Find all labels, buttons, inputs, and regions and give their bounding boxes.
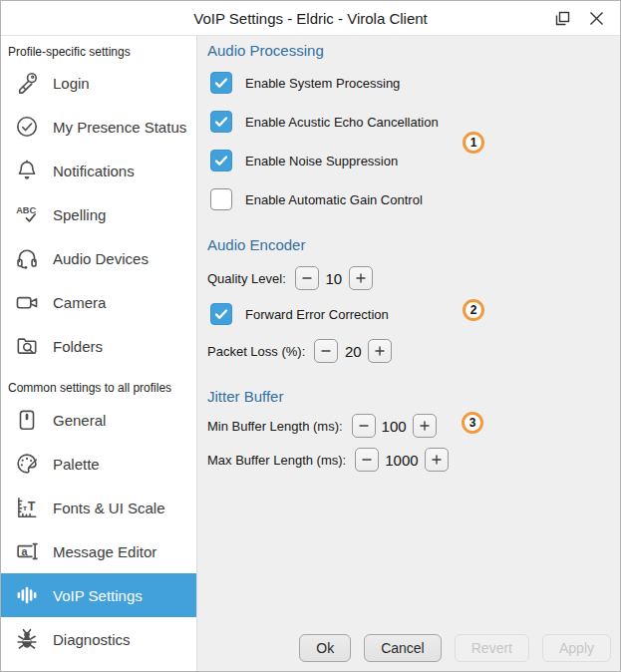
sidebar-item-label: Login — [53, 75, 90, 92]
minus-icon — [320, 345, 332, 357]
sidebar-item-label: VoIP Settings — [53, 587, 143, 604]
window-controls — [550, 6, 620, 30]
forward-error-correction-checkbox[interactable] — [210, 303, 232, 325]
folder-search-icon — [13, 333, 40, 360]
dialog-button-bar: Ok Cancel Revert Apply — [299, 634, 611, 662]
sidebar-section-label: Common settings to all profiles — [1, 368, 196, 398]
max-buffer-length-label: Max Buffer Length (ms): — [207, 453, 346, 468]
restore-window-button[interactable] — [550, 6, 574, 30]
automatic-gain-control-checkbox[interactable] — [210, 188, 232, 210]
bell-icon — [13, 158, 40, 184]
noise-suppression-checkbox[interactable] — [210, 150, 232, 171]
settings-sidebar: Profile-specific settings Login My Prese… — [1, 36, 197, 671]
ruler-type-icon: т T — [13, 495, 40, 521]
window-title: VoIP Settings - Eldric - Virola Client — [1, 10, 620, 27]
revert-button[interactable]: Revert — [455, 634, 529, 662]
palette-icon — [13, 451, 40, 478]
sidebar-item-label: Spelling — [53, 206, 106, 223]
quality-level-value: 10 — [319, 270, 349, 287]
plus-icon — [431, 454, 443, 466]
section-title-jitter-buffer: Jitter Buffer — [207, 388, 620, 405]
sidebar-item-message-editor[interactable]: a Message Editor — [1, 529, 196, 573]
echo-cancellation-checkbox[interactable] — [210, 111, 232, 133]
checkbox-label: Enable Acustic Echo Cancellation — [245, 115, 439, 130]
packet-loss-label: Packet Loss (%): — [207, 344, 305, 359]
device-icon — [13, 407, 40, 434]
sidebar-item-label: Diagnostics — [53, 631, 131, 648]
quality-level-label: Quality Level: — [207, 271, 286, 286]
key-icon — [13, 70, 40, 97]
sidebar-item-folders[interactable]: Folders — [1, 324, 196, 368]
sidebar-item-my-presence-status[interactable]: My Presence Status — [1, 105, 196, 149]
sidebar-item-diagnostics[interactable]: Diagnostics — [1, 617, 196, 661]
waveform-icon — [13, 582, 40, 609]
checkbox-label: Enable System Processing — [245, 76, 400, 91]
sidebar-item-label: My Presence Status — [53, 119, 186, 136]
checkbox-label: Forward Error Correction — [245, 307, 389, 322]
sidebar-item-camera[interactable]: Camera — [1, 280, 196, 324]
max-buffer-increment-button[interactable] — [425, 448, 449, 472]
svg-text:ABC: ABC — [16, 205, 36, 215]
cancel-button[interactable]: Cancel — [364, 634, 442, 662]
min-buffer-decrement-button[interactable] — [352, 414, 376, 438]
checkbox-row-forward-error-correction: Forward Error Correction — [210, 303, 620, 325]
min-buffer-increment-button[interactable] — [413, 414, 437, 438]
sidebar-item-fonts-ui-scale[interactable]: т T Fonts & UI Scale — [1, 486, 196, 529]
presence-check-icon — [13, 114, 40, 141]
min-buffer-length-value: 100 — [376, 418, 413, 435]
spellcheck-icon: ABC — [13, 201, 40, 228]
sidebar-item-label: Notifications — [53, 163, 135, 179]
checkbox-row-system-processing: Enable System Processing — [210, 72, 620, 94]
packet-loss-row: Packet Loss (%): 20 — [207, 339, 620, 363]
video-camera-icon — [13, 289, 40, 316]
text-editor-icon: a — [13, 538, 40, 565]
sidebar-item-notifications[interactable]: Notifications — [1, 149, 196, 192]
minus-icon — [361, 454, 373, 466]
close-window-button[interactable] — [584, 6, 608, 30]
minus-icon — [301, 272, 313, 284]
step-badge-2: 2 — [463, 299, 484, 321]
apply-button[interactable]: Apply — [542, 634, 611, 662]
minus-icon — [358, 420, 370, 432]
sidebar-item-login[interactable]: Login — [1, 61, 196, 105]
sidebar-item-label: Camera — [53, 294, 106, 311]
checkbox-row-echo-cancellation: Enable Acustic Echo Cancellation — [210, 111, 620, 133]
quality-level-decrement-button[interactable] — [295, 266, 319, 290]
svg-text:т: т — [22, 504, 26, 512]
checkbox-label: Enable Automatic Gain Control — [245, 192, 423, 207]
quality-level-row: Quality Level: 10 — [207, 266, 620, 290]
plus-icon — [419, 420, 431, 432]
section-title-audio-encoder: Audio Encoder — [207, 236, 620, 253]
checkbox-row-noise-suppression: Enable Noise Suppression — [210, 150, 620, 171]
svg-text:T: T — [27, 500, 35, 513]
sidebar-item-spelling[interactable]: ABC Spelling — [1, 192, 196, 236]
min-buffer-length-label: Min Buffer Length (ms): — [207, 419, 343, 434]
plus-icon — [355, 272, 367, 284]
sidebar-item-audio-devices[interactable]: Audio Devices — [1, 236, 196, 280]
max-buffer-decrement-button[interactable] — [355, 448, 379, 472]
sidebar-item-voip-settings[interactable]: VoIP Settings — [1, 573, 196, 617]
restore-icon — [553, 9, 572, 28]
title-bar: VoIP Settings - Eldric - Virola Client — [1, 1, 620, 36]
packet-loss-decrement-button[interactable] — [314, 339, 338, 363]
quality-level-increment-button[interactable] — [349, 266, 373, 290]
sidebar-item-label: Audio Devices — [53, 250, 149, 267]
ok-button[interactable]: Ok — [299, 634, 351, 662]
checkbox-row-automatic-gain-control: Enable Automatic Gain Control — [210, 188, 620, 210]
sidebar-item-label: Palette — [53, 456, 100, 473]
section-title-audio-processing: Audio Processing — [207, 42, 620, 59]
plus-icon — [374, 345, 386, 357]
max-buffer-length-row: Max Buffer Length (ms): 1000 — [207, 448, 620, 472]
voip-settings-dialog: VoIP Settings - Eldric - Virola Client — [0, 0, 621, 672]
packet-loss-increment-button[interactable] — [368, 339, 392, 363]
svg-text:a: a — [21, 545, 28, 557]
step-badge-3: 3 — [462, 412, 483, 434]
sidebar-item-general[interactable]: General — [1, 398, 196, 442]
sidebar-item-label: Folders — [53, 338, 103, 355]
sidebar-item-label: Message Editor — [53, 543, 156, 560]
system-processing-checkbox[interactable] — [210, 72, 232, 94]
sidebar-item-palette[interactable]: Palette — [1, 442, 196, 486]
sidebar-section-label: Profile-specific settings — [1, 36, 196, 61]
close-icon — [588, 10, 605, 27]
max-buffer-length-value: 1000 — [379, 452, 424, 469]
